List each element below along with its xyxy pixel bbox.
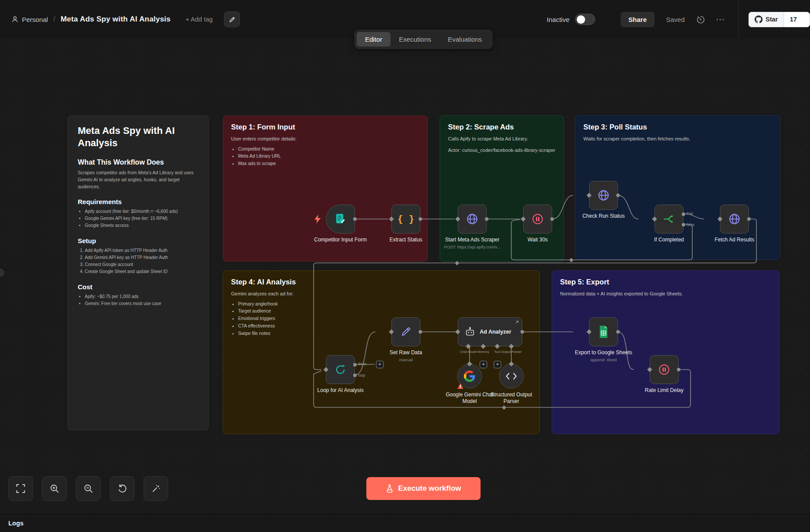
setup-list: Add Apify API token as HTTP Header Auth …: [85, 247, 199, 275]
undo-button[interactable]: [110, 476, 134, 501]
zoom-in-button[interactable]: [42, 476, 67, 501]
step-desc: Actor: curious_coder/facebook-ads-librar…: [448, 147, 556, 153]
list-item: Competitor Name: [238, 145, 419, 153]
node-google-gemini-chat-model[interactable]: Google Gemini Chat Model: [457, 364, 482, 388]
list-item: Meta Ad Library URL: [238, 152, 419, 160]
github-icon: [755, 15, 763, 23]
workflow-title[interactable]: Meta Ads Spy with AI Analysis: [61, 15, 170, 24]
undo-icon: [117, 484, 127, 493]
output-label-done: done: [358, 362, 366, 366]
node-fetch-ad-results[interactable]: Fetch Ad Results: [720, 205, 749, 234]
add-memory-button[interactable]: +: [480, 361, 487, 368]
output-port[interactable]: [616, 330, 620, 334]
output-port[interactable]: [353, 217, 357, 221]
active-toggle[interactable]: [575, 14, 595, 25]
share-button[interactable]: Share: [621, 12, 655, 27]
if-branch-icon: [662, 212, 676, 226]
breadcrumb-project-label: Personal: [22, 16, 48, 23]
star-button-label: Star: [766, 16, 778, 23]
zoom-in-icon: [50, 484, 59, 493]
node-start-meta-ads-scraper[interactable]: Start Meta Ads Scraper POST: https://api…: [458, 205, 487, 234]
tab-evaluations[interactable]: Evaluations: [440, 32, 491, 47]
form-icon: [334, 212, 347, 226]
zoom-out-button[interactable]: [76, 476, 101, 501]
node-loop-for-ai-analysis[interactable]: done loop Loop for AI Analysis: [326, 355, 355, 384]
node-label: If Completed: [654, 237, 684, 243]
step-bullets: Competitor Name Meta Ad Library URL Max …: [238, 145, 419, 167]
tidy-up-button[interactable]: [144, 476, 168, 501]
node-structured-output-parser[interactable]: Structured Output Parser: [499, 364, 524, 388]
port-label-memory: Memory: [477, 350, 489, 354]
execute-workflow-button[interactable]: Execute workflow: [366, 477, 481, 500]
node-set-raw-data[interactable]: Set Raw Data manual: [391, 317, 420, 346]
sticky-body: Scrapes competitor ads from Meta's Ad Li…: [78, 169, 199, 190]
header-divider: [738, 0, 739, 39]
tab-executions[interactable]: Executions: [391, 32, 439, 47]
node-check-run-status[interactable]: Check Run Status: [589, 181, 618, 210]
output-port[interactable]: [747, 217, 751, 221]
globe-icon: [597, 189, 610, 202]
output-port-true[interactable]: [682, 212, 685, 216]
list-item: Add Gemini API key as HTTP Header Auth: [85, 254, 199, 261]
output-port-done[interactable]: [353, 363, 357, 367]
sticky-note-overview[interactable]: Meta Ads Spy with AI Analysis What This …: [68, 115, 209, 430]
edit-icon: [228, 16, 236, 23]
output-port[interactable]: [419, 330, 422, 334]
breadcrumb-project[interactable]: Personal: [11, 16, 48, 23]
svg-text:{ }: { }: [398, 213, 413, 224]
add-node-button[interactable]: +: [376, 361, 383, 368]
sticky-note-step4[interactable]: Step 4: AI Analysis Gemini analyzes each…: [223, 270, 540, 434]
pause-icon: [531, 212, 544, 226]
port-label-chat-model: Chat Model: [460, 350, 477, 354]
node-competitor-input-form[interactable]: Competitor Input Form: [326, 205, 355, 234]
port-label-tool: Tool: [494, 350, 500, 354]
node-label: Competitor Input Form: [314, 237, 367, 243]
zoom-out-icon: [83, 484, 93, 493]
logs-panel-toggle[interactable]: Logs: [0, 514, 810, 532]
sheets-icon: [598, 325, 609, 338]
node-label: Wait 30s: [528, 237, 548, 243]
github-star-widget[interactable]: Star 17: [749, 12, 810, 27]
expand-icon[interactable]: [515, 320, 519, 324]
node-extract-status[interactable]: { } Extract Status: [391, 205, 420, 234]
list-item: Create Google Sheet and update Sheet ID: [85, 268, 199, 275]
output-port-false[interactable]: [682, 223, 685, 226]
output-port[interactable]: [521, 330, 524, 334]
sticky-title: Meta Ads Spy with AI Analysis: [78, 125, 199, 149]
output-port[interactable]: [419, 217, 422, 221]
output-port-loop[interactable]: [353, 374, 357, 377]
list-item: Gemini: Free tier covers most use case: [85, 300, 199, 307]
tab-editor[interactable]: Editor: [357, 32, 391, 47]
output-port[interactable]: [485, 217, 488, 221]
flask-icon: [386, 484, 394, 493]
step-desc: Gemini analyzes each ad for:: [231, 290, 532, 298]
list-item: Target audience: [238, 307, 532, 315]
node-label: Fetch Ad Results: [715, 237, 755, 243]
step-title: Step 5: Export: [560, 278, 771, 286]
node-wait-30s[interactable]: Wait 30s: [523, 205, 552, 234]
output-port[interactable]: [677, 368, 680, 371]
person-icon: [11, 16, 18, 23]
loop-icon: [334, 363, 347, 376]
node-export-to-google-sheets[interactable]: Export to Google Sheets append: sheet: [589, 317, 618, 346]
node-label: Start Meta Ads Scraper: [445, 237, 499, 243]
output-port[interactable]: [550, 217, 554, 221]
node-if-completed[interactable]: true false If Completed: [655, 205, 683, 234]
pause-icon: [658, 363, 671, 376]
output-port[interactable]: [616, 194, 620, 197]
toggle-knob: [577, 15, 585, 24]
add-tag-button[interactable]: + Add tag: [185, 16, 213, 23]
execute-workflow-label: Execute workflow: [398, 484, 461, 493]
rename-workflow-button[interactable]: [224, 11, 240, 27]
fit-view-button[interactable]: [8, 476, 33, 501]
node-rate-limit-delay[interactable]: Rate Limit Delay: [650, 355, 679, 384]
warning-icon: [457, 383, 463, 389]
more-options-button[interactable]: ⋯: [716, 14, 725, 25]
node-ad-analyzer[interactable]: Ad Analyzer: [458, 317, 522, 346]
logs-label: Logs: [8, 520, 24, 527]
node-label: Check Run Status: [582, 213, 625, 219]
step-title: Step 2: Scrape Ads: [448, 123, 556, 131]
add-tool-button[interactable]: +: [494, 361, 501, 368]
node-label: Export to Google Sheets: [575, 349, 633, 356]
version-history-button[interactable]: [696, 15, 705, 24]
